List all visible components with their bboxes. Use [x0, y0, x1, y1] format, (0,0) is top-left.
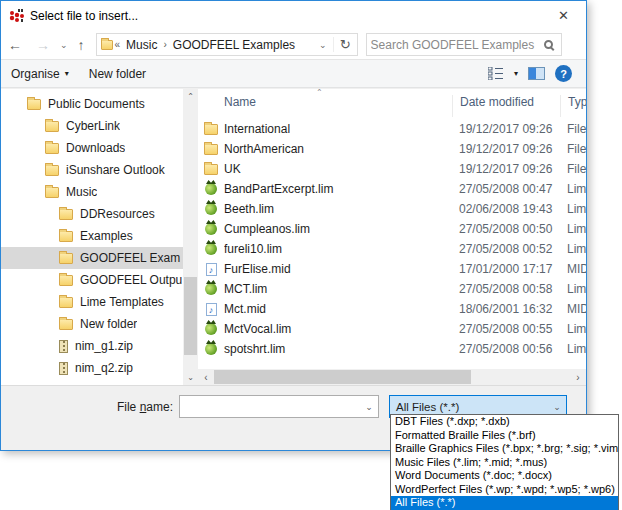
refresh-icon[interactable]: ↻: [333, 37, 357, 52]
lime-file-icon: [205, 243, 217, 255]
tree-item-selected[interactable]: GOODFEEL Exam: [1, 247, 183, 269]
file-name-label-post: ame:: [146, 400, 173, 414]
scroll-right-icon[interactable]: ›: [570, 369, 586, 385]
window-title: Select file to insert...: [30, 9, 138, 23]
title-bar: Select file to insert... ✕: [1, 1, 586, 30]
dropdown-item-selected[interactable]: All Files (*.*): [391, 496, 618, 510]
dropdown-item[interactable]: Word Documents (*.doc; *.docx): [391, 469, 618, 483]
column-name[interactable]: Name: [198, 95, 452, 117]
file-row[interactable]: Beeth.lim 02/06/2008 19:43 Lim: [198, 199, 586, 219]
dropdown-item[interactable]: Formatted Braille Files (*.brf): [391, 429, 618, 443]
tree-item[interactable]: Music: [1, 181, 183, 203]
file-date: 27/05/2008 00:56: [452, 342, 560, 356]
file-name-input[interactable]: [180, 396, 360, 417]
preview-pane-icon[interactable]: [528, 67, 545, 80]
dropdown-item[interactable]: Braille Graphics Files (*.bpx; *.brg; *.…: [391, 442, 618, 456]
tree-item-label: GOODFEEL Exam: [80, 251, 180, 265]
tree-item[interactable]: New folder: [1, 313, 183, 335]
tree-item-label: CyberLink: [66, 119, 120, 133]
tree-item[interactable]: nim_q2.zip: [1, 357, 183, 379]
close-button[interactable]: ✕: [541, 1, 586, 30]
history-chevron-icon[interactable]: ⌄: [57, 40, 71, 50]
file-dialog-window: Select file to insert... ✕ ← → ⌄ ↑ « Mus…: [0, 0, 587, 451]
views-icon[interactable]: [488, 67, 504, 80]
file-type: Lim: [560, 342, 586, 356]
tree-item[interactable]: CyberLink: [1, 115, 183, 137]
tree-item[interactable]: Examples: [1, 225, 183, 247]
file-type-chevron-icon: ⌄: [548, 402, 566, 412]
folder-icon: [59, 253, 73, 264]
tree-item[interactable]: Public Documents: [1, 93, 183, 115]
tree-item[interactable]: DDResources: [1, 203, 183, 225]
file-row[interactable]: NorthAmerican 19/12/2017 09:26 File: [198, 139, 586, 159]
file-date: 19/12/2017 09:26: [452, 142, 560, 156]
file-name: MCT.lim: [224, 282, 452, 296]
file-type: Lim: [560, 242, 586, 256]
tree-item[interactable]: nim_g1.zip: [1, 335, 183, 357]
search-input[interactable]: [371, 38, 540, 52]
scroll-down-icon[interactable]: ⌄: [183, 370, 198, 385]
help-icon[interactable]: ?: [555, 65, 572, 82]
tree-scrollbar[interactable]: ⌃ ⌄: [183, 89, 198, 385]
lime-file-icon: [205, 223, 217, 235]
file-row[interactable]: MCT.lim 27/05/2008 00:58 Lim: [198, 279, 586, 299]
tree-item-label: Music: [66, 185, 97, 199]
file-row[interactable]: UK 19/12/2017 09:26 File: [198, 159, 586, 179]
file-list-hscrollbar[interactable]: ‹ ›: [198, 369, 586, 385]
file-name: MctVocal.lim: [224, 322, 452, 336]
folder-tree: Public Documents CyberLink Downloads iSu…: [1, 89, 183, 385]
file-row[interactable]: BandPartExcerpt.lim 27/05/2008 00:47 Lim: [198, 179, 586, 199]
zip-icon: [59, 362, 68, 375]
file-type-value: All Files (*.*): [390, 401, 548, 413]
dropdown-item[interactable]: WordPerfect Files (*.wp; *.wpd; *.wp5; *…: [391, 483, 618, 497]
file-date: 27/05/2008 00:47: [452, 182, 560, 196]
up-icon[interactable]: ↑: [71, 37, 92, 53]
folder-icon: [45, 143, 59, 154]
back-icon[interactable]: ←: [1, 37, 29, 53]
column-headers: Name Date modified Type: [198, 95, 586, 117]
dropdown-item[interactable]: Music Files (*.lim; *.mid; *.mus): [391, 456, 618, 470]
address-chevron-icon[interactable]: ⌄: [313, 40, 333, 50]
tree-item[interactable]: Downloads: [1, 137, 183, 159]
file-row[interactable]: ♪ Mct.mid 18/06/2001 16:32 MID: [198, 299, 586, 319]
breadcrumb-current[interactable]: GOODFEEL Examples: [169, 38, 299, 52]
column-type[interactable]: Type: [560, 95, 586, 117]
scroll-up-icon[interactable]: ⌃: [183, 89, 198, 104]
close-icon: ✕: [558, 8, 569, 23]
tree-item-label: DDResources: [80, 207, 155, 221]
tree-item[interactable]: Lime Templates: [1, 291, 183, 313]
views-caret-icon[interactable]: ▾: [514, 69, 518, 78]
file-row[interactable]: spotshrt.lim 27/05/2008 00:56 Lim: [198, 339, 586, 359]
file-type: MID: [560, 302, 586, 316]
tree-item-label: iSunshare Outlook: [66, 163, 165, 177]
tree-item[interactable]: GOODFEEL Outpu: [1, 269, 183, 291]
lime-file-icon: [205, 203, 217, 215]
file-name: BandPartExcerpt.lim: [224, 182, 452, 196]
file-rows: International 19/12/2017 09:26 File Nort…: [198, 119, 586, 359]
folder-icon: [45, 165, 59, 176]
file-name-label: File name:: [1, 400, 179, 414]
dropdown-item[interactable]: DBT Files (*.dxp; *.dxb): [391, 415, 618, 429]
tree-item[interactable]: iSunshare Outlook: [1, 159, 183, 181]
file-row[interactable]: International 19/12/2017 09:26 File: [198, 119, 586, 139]
new-folder-label: New folder: [89, 67, 146, 81]
organise-button[interactable]: Organise ▾: [1, 67, 79, 81]
file-name: FurElise.mid: [224, 262, 452, 276]
file-row[interactable]: ♪ FurElise.mid 17/01/2000 17:17 MID: [198, 259, 586, 279]
file-type: MID: [560, 262, 586, 276]
file-name-chevron-icon[interactable]: ⌄: [360, 402, 378, 412]
address-bar[interactable]: « Music › GOODFEEL Examples ⌄ ↻: [96, 33, 358, 56]
file-date: 17/01/2000 17:17: [452, 262, 560, 276]
search-icon[interactable]: [544, 40, 553, 49]
file-row[interactable]: MctVocal.lim 27/05/2008 00:55 Lim: [198, 319, 586, 339]
breadcrumb-music[interactable]: Music: [122, 38, 161, 52]
file-name: Cumpleanos.lim: [224, 222, 452, 236]
file-row[interactable]: Cumpleanos.lim 27/05/2008 00:50 Lim: [198, 219, 586, 239]
tree-scrollbar-thumb[interactable]: [184, 277, 197, 355]
file-row[interactable]: fureli10.lim 27/05/2008 00:52 Lim: [198, 239, 586, 259]
column-date-modified[interactable]: Date modified: [452, 95, 560, 117]
tree-item-label: New folder: [80, 317, 137, 331]
hscrollbar-thumb[interactable]: [214, 370, 471, 384]
scroll-left-icon[interactable]: ‹: [198, 369, 214, 385]
new-folder-button[interactable]: New folder: [79, 67, 156, 81]
